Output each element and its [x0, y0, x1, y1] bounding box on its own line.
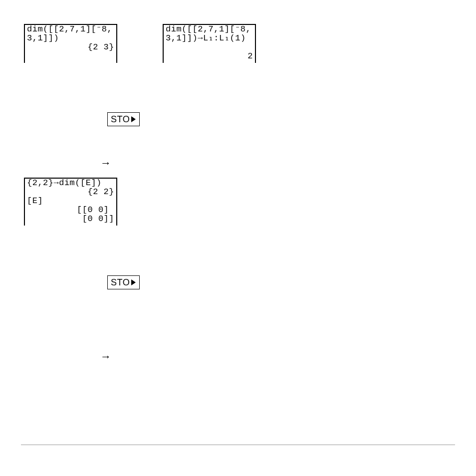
calc3-result3: [0 0]]	[27, 215, 114, 224]
svg-marker-0	[131, 116, 136, 122]
calc3-line1: {2,2}→dim([E])	[27, 179, 114, 188]
calc3-result2: [[0 0]	[27, 206, 114, 215]
calc1-line2: 3,1]])	[27, 34, 114, 43]
arrow-right-glyph: →	[100, 350, 111, 363]
calc1-line1: dim([[2,7,1][⁻8,	[27, 25, 114, 34]
calc2-line2: 3,1]])→L₁:L₁(1)	[166, 34, 253, 43]
sto-key: STO	[107, 112, 140, 126]
sto-key-label: STO	[111, 277, 130, 288]
calc-screen-3: {2,2}→dim([E]) {2 2} [E] [[0 0] [0 0]]	[24, 178, 117, 226]
arrow-right-glyph: →	[100, 157, 111, 170]
calc3-result1: {2 2}	[27, 188, 114, 197]
sto-key: STO	[107, 275, 140, 289]
arrow-right-icon	[130, 279, 136, 286]
calc3-line2: [E]	[27, 197, 114, 206]
calc1-result: {2 3}	[27, 43, 114, 52]
calc2-spacer	[166, 43, 253, 52]
calc-screen-1: dim([[2,7,1][⁻8, 3,1]]) {2 3}	[24, 24, 117, 63]
calc2-line1: dim([[2,7,1][⁻8,	[166, 25, 253, 34]
calc2-result: 2	[166, 52, 253, 61]
svg-marker-1	[131, 279, 136, 285]
arrow-right-icon	[130, 116, 136, 123]
divider	[21, 445, 455, 445]
sto-key-label: STO	[111, 114, 130, 125]
calc-screen-2: dim([[2,7,1][⁻8, 3,1]])→L₁:L₁(1) 2	[163, 24, 256, 63]
